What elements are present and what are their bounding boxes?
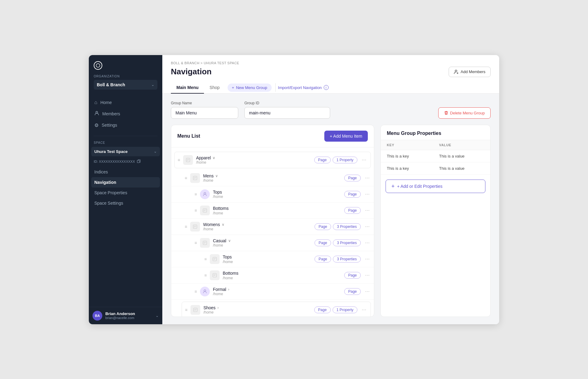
- item-thumb-formal: [200, 287, 210, 296]
- tab-main-menu[interactable]: Main Menu: [171, 82, 204, 94]
- drag-handle-icon-casual[interactable]: ≡: [194, 240, 197, 245]
- space-label: Space: [89, 139, 162, 146]
- copy-icon[interactable]: [137, 159, 141, 164]
- group-name-field: Group Name: [171, 101, 238, 119]
- item-name-apparel: Apparel: [196, 155, 211, 160]
- add-edit-properties-button[interactable]: + + Add or Edit Properties: [386, 180, 485, 193]
- item-thumb-tops2: [210, 254, 220, 264]
- sidebar-item-home[interactable]: ⌂ Home: [91, 97, 160, 108]
- more-options-mens[interactable]: ···: [364, 175, 371, 181]
- menu-item-tops1: ≡ Tops /home Page: [171, 186, 374, 203]
- more-options-apparel[interactable]: ···: [360, 157, 368, 163]
- sidebar-item-space-properties-label: Space Properties: [94, 190, 127, 195]
- expand-down-icon-casual[interactable]: ∨: [228, 239, 231, 243]
- tab-new-menu-group[interactable]: + New Menu Group: [228, 84, 271, 92]
- drag-handle-icon-bottoms1[interactable]: ≡: [194, 208, 197, 213]
- tab-shop[interactable]: Shop: [204, 82, 225, 94]
- add-members-icon: [454, 69, 459, 74]
- sidebar-item-settings[interactable]: ⚙ Settings: [91, 120, 160, 131]
- property-value-1: This is a value: [433, 150, 490, 162]
- expand-right-icon-formal[interactable]: ›: [228, 287, 229, 292]
- group-name-input[interactable]: [171, 107, 238, 119]
- breadcrumb: BOLL & BRANCH > UHURA TEST SPACE: [171, 61, 491, 65]
- drag-handle-icon-mens[interactable]: ≡: [185, 176, 187, 180]
- item-thumb-tops1: [200, 189, 210, 199]
- sidebar-item-home-label: Home: [100, 100, 112, 105]
- sidebar-item-space-properties[interactable]: Space Properties: [91, 188, 160, 198]
- drag-handle-icon-shoes[interactable]: ≡: [185, 307, 187, 312]
- drag-handle-icon-tops2[interactable]: ≡: [204, 257, 207, 262]
- more-options-formal[interactable]: ···: [364, 288, 371, 295]
- sidebar: Organization Boll & Branch ⌄ ⌂ Home Memb…: [89, 55, 162, 324]
- item-thumb-mens: [190, 173, 200, 183]
- expand-right-icon-shoes[interactable]: ›: [217, 306, 219, 310]
- tab-import-export[interactable]: Import/Export Navigation i: [275, 83, 331, 92]
- user-profile[interactable]: BA Brian Anderson brian@nacelle.com ⌄: [89, 307, 162, 324]
- delete-menu-group-button[interactable]: Delete Menu Group: [438, 107, 491, 119]
- space-selector[interactable]: Uhura Test Space ⌄: [91, 147, 160, 156]
- group-name-label: Group Name: [171, 101, 238, 105]
- item-path-apparel: /home: [196, 160, 311, 165]
- item-path-bottoms2: /home: [223, 276, 341, 280]
- menu-item-bottoms2: ≡ Bottoms /home Page ···: [171, 267, 374, 284]
- item-info-bottoms2: Bottoms /home: [223, 270, 341, 280]
- more-options-womens[interactable]: ···: [364, 223, 371, 230]
- more-options-bottoms1[interactable]: ···: [364, 207, 371, 214]
- more-options-tops1[interactable]: ···: [364, 191, 371, 197]
- item-badges-tops2: Page 3 Properties: [315, 256, 361, 262]
- drag-handle-icon-womens[interactable]: ≡: [185, 224, 187, 229]
- svg-rect-8: [193, 225, 197, 229]
- item-badges-apparel: Page 1 Property: [314, 157, 357, 163]
- more-options-casual[interactable]: ···: [364, 240, 371, 246]
- expand-down-icon-apparel[interactable]: ∨: [213, 156, 215, 160]
- svg-rect-13: [194, 308, 197, 312]
- badge-property-tops2: 3 Properties: [333, 256, 361, 262]
- more-options-tops2[interactable]: ···: [364, 256, 371, 262]
- menu-items-list: ≡ Apparel ∨ /home: [171, 147, 374, 317]
- property-value-2: This is a value: [433, 162, 490, 174]
- drag-handle-icon-bottoms2[interactable]: ≡: [204, 273, 207, 278]
- content-header: BOLL & BRANCH > UHURA TEST SPACE Navigat…: [162, 55, 499, 94]
- sidebar-item-space-settings[interactable]: Space Settings: [91, 198, 160, 208]
- svg-point-3: [455, 70, 457, 72]
- item-badges-shoes: Page 1 Property: [314, 307, 357, 313]
- item-badges-mens: Page: [344, 175, 361, 181]
- add-edit-properties-label: + Add or Edit Properties: [397, 184, 443, 189]
- tabs-row: Main Menu Shop + New Menu Group Import/E…: [171, 82, 491, 93]
- add-menu-item-button[interactable]: + Add Menu Item: [324, 131, 368, 142]
- plus-icon: +: [232, 85, 234, 90]
- expand-down-icon-womens[interactable]: ∨: [222, 222, 224, 227]
- item-thumb-apparel: [183, 155, 193, 165]
- value-column-header: VALUE: [433, 140, 490, 150]
- space-id-text: ID: XXXXXXXXXXXXXXXX: [94, 160, 135, 163]
- item-badges-bottoms1: Page: [344, 207, 361, 214]
- drag-handle-icon[interactable]: ≡: [178, 158, 180, 162]
- add-menu-item-label: + Add Menu Item: [330, 134, 362, 139]
- org-label: Organization: [94, 75, 157, 78]
- badge-page-tops2: Page: [315, 256, 331, 262]
- menu-item-bottoms1: ≡ Bottoms /home Page ···: [171, 203, 374, 219]
- menu-item-casual: ≡ Casual ∨ /home: [171, 235, 374, 251]
- drag-handle-icon-formal[interactable]: ≡: [194, 289, 197, 294]
- item-name-bottoms2: Bottoms: [223, 271, 238, 276]
- sidebar-item-members[interactable]: Members: [91, 108, 160, 120]
- menu-item-shoes: ≡ Shoes › /home: [182, 302, 371, 317]
- drag-handle-icon-tops1[interactable]: ≡: [194, 192, 197, 197]
- item-badges-tops1: Page: [344, 191, 361, 198]
- more-options-bottoms2[interactable]: ···: [364, 272, 371, 278]
- properties-section: Menu Group Properties KEY VALUE This is …: [380, 125, 491, 317]
- sidebar-item-navigation[interactable]: Navigation: [91, 177, 160, 188]
- sidebar-item-indices[interactable]: Indices: [91, 167, 160, 177]
- item-name-womens: Womens: [203, 222, 220, 227]
- members-icon: [94, 111, 99, 117]
- menu-item-mens: ≡ Mens ∨ /home: [171, 170, 374, 186]
- expand-down-icon-mens[interactable]: ∨: [215, 174, 218, 178]
- svg-rect-11: [213, 273, 217, 277]
- menu-item-womens: ≡ Womens ∨ /home: [171, 219, 374, 235]
- add-edit-plus-icon: +: [391, 184, 395, 189]
- org-selector[interactable]: Boll & Branch ⌄: [94, 80, 157, 90]
- group-id-input[interactable]: [244, 107, 330, 119]
- space-chevron-icon: ⌄: [154, 149, 157, 154]
- more-options-shoes[interactable]: ···: [360, 307, 368, 313]
- add-members-button[interactable]: Add Members: [449, 67, 491, 77]
